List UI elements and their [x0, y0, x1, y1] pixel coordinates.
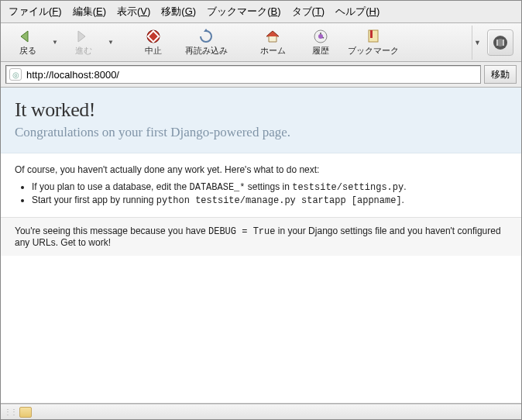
stop-button[interactable]: 中止: [129, 26, 177, 60]
throbber-icon: [487, 29, 513, 56]
svg-point-0: [147, 30, 160, 43]
stop-icon: [144, 28, 163, 45]
forward-button[interactable]: 進む: [60, 26, 108, 60]
instructions: Of course, you haven't actually done any…: [1, 153, 521, 218]
address-bar: ◎ http://localhost:8000/ 移動: [1, 62, 521, 88]
folder-icon[interactable]: [19, 407, 32, 418]
history-icon: [311, 28, 330, 45]
home-button[interactable]: ホーム: [249, 26, 297, 60]
back-label: 戻る: [19, 45, 36, 57]
menu-tabs[interactable]: タブ(T): [287, 3, 330, 20]
bookmarks-label: ブックマーク: [348, 45, 399, 57]
menu-go[interactable]: 移動(G): [156, 3, 201, 20]
go-label: 移動: [491, 68, 510, 81]
page-content: It worked! Congratulations on your first…: [1, 88, 521, 404]
menu-help[interactable]: ヘルプ(H): [331, 3, 384, 20]
svg-rect-4: [369, 30, 378, 42]
grip-icon: ⋮⋮: [4, 408, 16, 416]
forward-label: 進む: [75, 45, 92, 57]
reload-button[interactable]: 再読み込み: [177, 26, 235, 60]
reload-label: 再読み込み: [185, 45, 228, 57]
toolbar-overflow[interactable]: ▼: [472, 26, 483, 60]
svg-point-3: [318, 34, 323, 39]
reload-icon: [197, 28, 215, 45]
menubar: ファイル(F) 編集(E) 表示(V) 移動(G) ブックマーク(B) タブ(T…: [1, 1, 521, 23]
home-icon: [263, 28, 282, 45]
back-button[interactable]: 戻る: [4, 26, 52, 60]
forward-arrow-icon: [74, 28, 93, 45]
go-button[interactable]: 移動: [484, 65, 517, 84]
menu-edit[interactable]: 編集(E): [68, 3, 111, 20]
instruction-item: If you plan to use a database, edit the …: [32, 181, 507, 193]
page-subtitle: Congratulations on your first Django-pow…: [15, 125, 507, 140]
favicon-icon: ◎: [9, 68, 22, 81]
history-label: 履歴: [312, 45, 329, 57]
intro-text: Of course, you haven't actually done any…: [15, 164, 507, 175]
stop-label: 中止: [145, 45, 162, 57]
menu-bookmarks[interactable]: ブックマーク(B): [202, 3, 285, 20]
welcome-header: It worked! Congratulations on your first…: [1, 88, 521, 153]
url-input[interactable]: ◎ http://localhost:8000/: [5, 65, 481, 84]
menu-file[interactable]: ファイル(F): [4, 3, 67, 20]
url-text: http://localhost:8000/: [26, 69, 119, 81]
bookmarks-button[interactable]: ブックマーク: [345, 26, 402, 60]
instruction-item: Start your first app by running python t…: [32, 195, 507, 206]
status-bar: ⋮⋮: [1, 404, 521, 419]
bookmarks-icon: [364, 28, 383, 45]
debug-notice: You're seeing this message because you h…: [1, 218, 521, 256]
svg-rect-5: [370, 30, 373, 38]
page-title: It worked!: [15, 98, 507, 122]
menu-view[interactable]: 表示(V): [112, 3, 155, 20]
forward-dropdown[interactable]: ▼: [108, 39, 115, 46]
history-button[interactable]: 履歴: [297, 26, 345, 60]
home-label: ホーム: [260, 45, 286, 57]
back-dropdown[interactable]: ▼: [52, 39, 60, 46]
toolbar: 戻る ▼ 進む ▼ 中止 再読み込み ホーム 履歴 ブックマーク ▼: [1, 23, 521, 62]
back-arrow-icon: [19, 28, 37, 45]
